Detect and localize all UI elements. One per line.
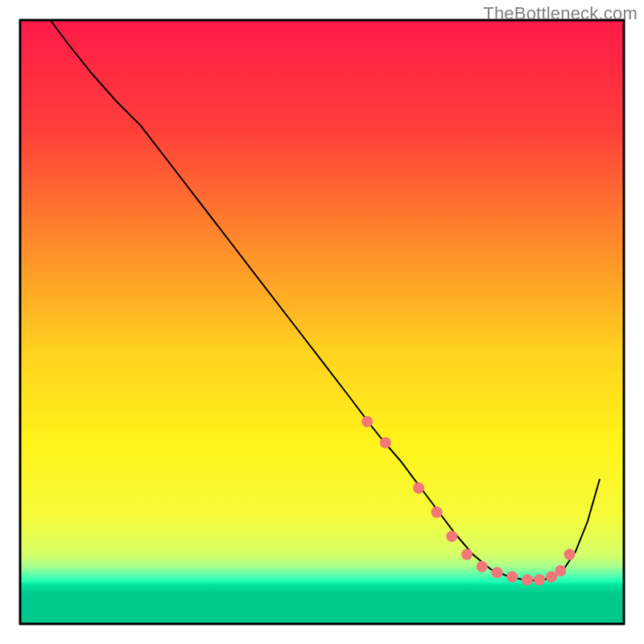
marker-point — [506, 572, 518, 583]
marker-point — [477, 561, 488, 572]
marker-point — [564, 549, 576, 560]
marker-point — [534, 574, 545, 585]
bottleneck-chart — [0, 0, 644, 644]
marker-point — [522, 574, 533, 585]
marker-point — [361, 416, 373, 427]
marker-point — [446, 530, 457, 542]
watermark-label: TheBottleneck.com — [483, 3, 638, 24]
gradient-background — [20, 20, 624, 624]
marker-point — [380, 437, 391, 448]
marker-point — [555, 565, 566, 576]
marker-point — [413, 482, 424, 493]
chart-container: TheBottleneck.com — [0, 0, 644, 644]
marker-point — [431, 506, 443, 518]
marker-point — [492, 567, 503, 578]
marker-point — [461, 549, 473, 560]
